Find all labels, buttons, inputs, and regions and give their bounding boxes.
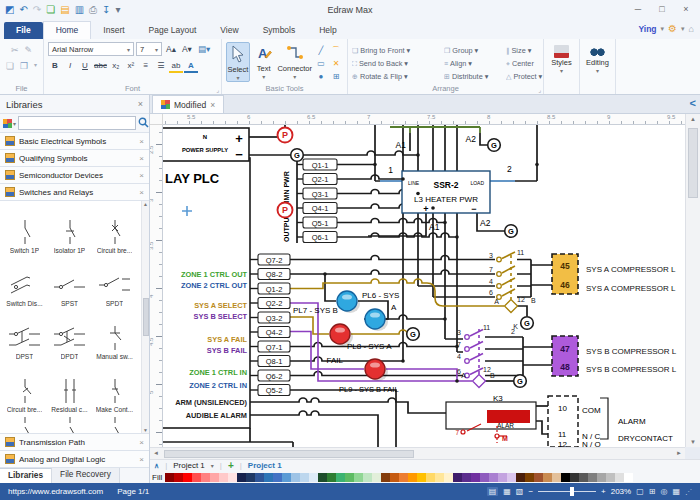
swatch-#FFE3E3[interactable] (228, 473, 237, 482)
swatch-#8B0000[interactable] (165, 473, 174, 482)
zoom-slider-knob[interactable] (570, 487, 574, 496)
swatch-#2E7D32[interactable] (327, 473, 336, 482)
swatch-#A0522D[interactable] (534, 473, 543, 482)
library-group-semiconductor-devices[interactable]: Semiconductor Devices× (0, 167, 149, 184)
swatch-#1F3864[interactable] (246, 473, 255, 482)
swatch-#FFA6A6[interactable] (210, 473, 219, 482)
library-group-switches-and-relays[interactable]: Switches and Relays× (0, 184, 149, 201)
align-dropdown-button[interactable]: ▤▾ (196, 44, 212, 54)
arrange-center[interactable]: ⌖Center (506, 57, 546, 70)
format-bold-button[interactable]: B (48, 60, 62, 73)
swatch-#A97FD1[interactable] (489, 473, 498, 482)
symbol-partial[interactable] (2, 413, 47, 434)
format-font-color-button[interactable]: A (184, 60, 198, 73)
drawing-canvas[interactable]: N POWER SUPPLY + − LAY PLC OUTPUT CMMN P… (163, 125, 685, 447)
swatch-#8FD694[interactable] (354, 473, 363, 482)
format-highlight-button[interactable]: ab (169, 60, 183, 73)
arrange-distribute[interactable]: ⊞Distribute ▾ (444, 70, 506, 83)
format-line-spacing-button[interactable]: ≡ (139, 60, 153, 73)
zoom-level[interactable]: 203% (611, 487, 631, 496)
zoom-slider[interactable] (538, 491, 596, 492)
swatch-#FFC9C9[interactable] (219, 473, 228, 482)
resize-grip[interactable]: ⋰ (685, 488, 692, 496)
swatch-#3F1D6B[interactable] (453, 473, 462, 482)
swatch-#7030A0[interactable] (471, 473, 480, 482)
swatch-#FFD966[interactable] (426, 473, 435, 482)
scroll-down-icon[interactable]: ▼ (686, 439, 700, 445)
symbol-switch-dis-[interactable]: Switch Dis... (2, 254, 47, 307)
swatch-#E2EFDA[interactable] (372, 473, 381, 482)
swatch-#FFC000[interactable] (417, 473, 426, 482)
swatch-#5B2D8E[interactable] (462, 473, 471, 482)
scroll-right-icon[interactable]: ► (676, 450, 682, 456)
library-close-icon[interactable]: × (139, 438, 144, 447)
swatch-#2F5597[interactable] (255, 473, 264, 482)
new-document-icon[interactable]: ❏ (46, 5, 55, 15)
page-tab-active[interactable]: Project 1 (248, 461, 282, 470)
library-group-transmission-path[interactable]: Transmission Path× (0, 434, 149, 451)
collapse-pagebar-icon[interactable]: ∧ (154, 462, 159, 470)
home-icon[interactable]: ⌂ (689, 24, 694, 34)
swatch-#4A1E0A[interactable] (516, 473, 525, 482)
pilot-lamps[interactable] (330, 291, 388, 381)
normal-view-icon[interactable]: ▤ (487, 487, 499, 496)
paste-dropdown-icon[interactable]: ▾ (34, 61, 37, 71)
vscroll-thumb[interactable] (688, 128, 698, 198)
swatch-#8E5BBE[interactable] (480, 473, 489, 482)
symbol-circuit-bre-[interactable]: Circuit bre... (2, 360, 47, 413)
scroll-left-icon[interactable]: ◄ (153, 450, 159, 456)
scroll-down-icon[interactable]: ▼ (143, 427, 148, 433)
grow-font-button[interactable]: A▴ (164, 44, 178, 54)
swatch-#2E75B6[interactable] (264, 473, 273, 482)
swatch-#C55A11[interactable] (390, 473, 399, 482)
library-close-icon[interactable]: × (139, 455, 144, 464)
scroll-up-icon[interactable]: ▲ (143, 201, 148, 207)
symbol-spst[interactable]: SPST (47, 254, 92, 307)
symbol-dpdt[interactable]: DPDT (47, 307, 92, 360)
library-group-basic-electrical-symbols[interactable]: Basic Electrical Symbols× (0, 133, 149, 150)
tab-view[interactable]: View (208, 22, 250, 39)
scroll-up-icon[interactable]: ▲ (686, 116, 700, 122)
library-close-icon[interactable]: × (139, 171, 144, 180)
plc-output-terminals[interactable]: Q1-1Q2-1Q3-1Q4-1Q5-1Q6-1Q7-2Q8-2Q1-2Q2-2… (250, 159, 337, 396)
arrange-group[interactable]: ❐Group ▾ (444, 44, 506, 57)
copy-icon[interactable]: ❐ (20, 61, 28, 71)
close-button[interactable]: × (674, 0, 698, 18)
project-tab[interactable]: Project 1 (173, 461, 205, 470)
pages-grid-icon[interactable]: ▦ (672, 487, 680, 496)
tab-file[interactable]: File (4, 22, 43, 39)
rectangle-tool-icon[interactable]: ▭ (314, 58, 328, 70)
swatch-#000000[interactable] (561, 473, 570, 482)
arrange-send-to-back[interactable]: ⛶Send to Back ▾ (352, 57, 444, 70)
swatch-#C3A3E0[interactable] (498, 473, 507, 482)
fit-width-icon[interactable]: ⊞ (649, 487, 656, 496)
symbol-circuit-bre-[interactable]: Circuit bre... (92, 201, 137, 254)
swatch-#1D4D2B[interactable] (318, 473, 327, 482)
tab-help[interactable]: Help (307, 22, 348, 39)
line-tool-icon[interactable]: ╱ (314, 45, 328, 57)
symbol-isolator-1p[interactable]: Isolator 1P (47, 201, 92, 254)
swatch-#843C0C[interactable] (381, 473, 390, 482)
maximize-button[interactable]: □ (650, 0, 674, 18)
swatch-#333333[interactable] (570, 473, 579, 482)
library-close-icon[interactable]: × (139, 137, 144, 146)
more-dropdown-icon[interactable]: ▾ (116, 5, 121, 15)
ellipse-tool-icon[interactable]: ● (314, 71, 328, 83)
tab-insert[interactable]: Insert (91, 22, 136, 39)
swatch-#E0E0E0[interactable] (615, 473, 624, 482)
fit-page-icon[interactable]: ▢ (636, 487, 644, 496)
crop-tool-icon[interactable]: ⊞ (329, 71, 343, 83)
swatch-#DEEBF7[interactable] (309, 473, 318, 482)
hscroll-thumb[interactable] (164, 450, 414, 458)
arrange-size[interactable]: ∥Size ▾ (506, 44, 546, 57)
open-folder-icon[interactable]: ▤ (60, 5, 69, 15)
library-group-qualifying-symbols[interactable]: Qualifying Symbols× (0, 150, 149, 167)
swatch-#FF9900[interactable] (408, 473, 417, 482)
connector-tool-button[interactable]: Connector ▾ (277, 42, 312, 82)
collapse-panel-icon[interactable]: < (690, 97, 696, 109)
symbol-partial[interactable] (92, 413, 137, 434)
zoom-in-button[interactable]: + (601, 487, 606, 496)
swatch-#FF0000[interactable] (183, 473, 192, 482)
ssr2-box[interactable] (402, 171, 490, 213)
document-tab-close-icon[interactable]: × (210, 100, 215, 110)
